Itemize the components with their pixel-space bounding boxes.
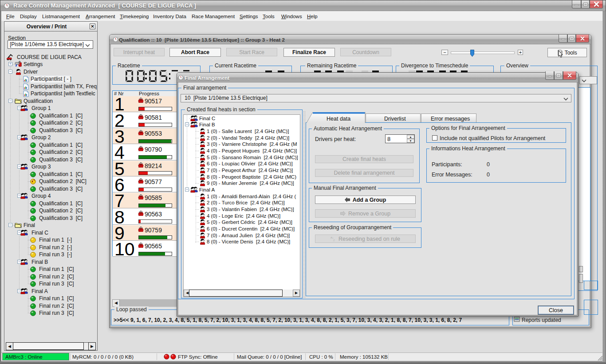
- svg-text:Z: Z: [333, 239, 335, 242]
